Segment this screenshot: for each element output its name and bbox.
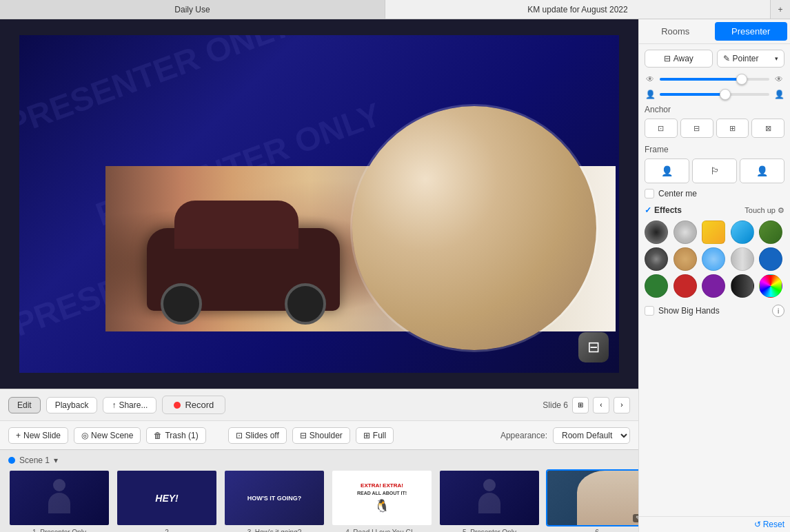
person-silhouette-1 (45, 479, 73, 517)
edit-button[interactable]: Edit (8, 397, 41, 413)
car-wheel-right (285, 283, 326, 325)
thumb-bg-3: HOW'S IT GOING? (225, 471, 324, 525)
anchor-bottomright-button[interactable]: ⊠ (751, 119, 784, 138)
frame-options: 👤 🏳 👤 (645, 158, 784, 183)
new-tab-button[interactable]: + (771, 0, 790, 19)
pointer-icon: ✎ (723, 54, 730, 63)
thumb-bg-4: EXTRA! EXTRA! READ ALL ABOUT IT! 🐧 (332, 471, 432, 525)
slide-thumb-2[interactable]: HEY! 2 (116, 469, 218, 532)
slide-label-3: 3. How's it going? (247, 529, 302, 532)
slide-thumb-4[interactable]: EXTRA! EXTRA! READ ALL ABOUT IT! 🐧 4. Re… (331, 469, 433, 532)
person-silhouette-5 (476, 479, 503, 517)
effects-header: ✓ Effects Touch up ⚙ (645, 205, 784, 215)
reset-row: ↺ Reset (639, 516, 790, 532)
size-slider[interactable] (660, 93, 769, 96)
slide-thumb-5[interactable]: 5. Presenter Only (438, 469, 540, 532)
rooms-tab[interactable]: Rooms (639, 19, 712, 43)
slide-thumb-1[interactable]: 1. Presenter Only (8, 469, 110, 532)
slides-off-icon: ⊡ (236, 431, 243, 440)
shoulder-button[interactable]: ⊟ Shoulder (292, 427, 350, 444)
slide-thumb-img-1 (8, 469, 110, 526)
slide-options-button[interactable]: ⊞ (572, 397, 589, 413)
slide-thumb-img-3: HOW'S IT GOING? (223, 469, 325, 526)
touch-up-label: Touch up (745, 206, 776, 214)
big-hands-checkbox[interactable] (645, 306, 654, 316)
effect-dark-vignette[interactable] (645, 221, 668, 244)
full-icon: ⊞ (363, 431, 370, 440)
slide-thumb-img-5 (438, 469, 540, 526)
prev-slide-button[interactable]: ‹ (593, 397, 609, 413)
tab-daily-use[interactable]: Daily Use (0, 0, 385, 19)
presenter-tab[interactable]: Presenter (715, 22, 788, 41)
playback-button[interactable]: Playback (46, 397, 98, 413)
new-slide-icon: + (16, 431, 21, 440)
share-icon: ↑ (112, 400, 116, 410)
title-bar: Daily Use KM update for August 2022 + (0, 0, 790, 19)
circle-overlay (350, 104, 598, 352)
effect-green2[interactable] (645, 274, 668, 298)
effect-blue[interactable] (759, 247, 782, 271)
slide-strip: Scene 1 ▾ 1. Presenter Only (0, 449, 638, 532)
effect-cool[interactable] (702, 247, 725, 271)
effect-yellow-square[interactable] (702, 221, 725, 244)
slides-off-button[interactable]: ⊡ Slides off (228, 427, 287, 444)
effect-blue-circle[interactable] (731, 221, 754, 244)
scene-header: Scene 1 ▾ (8, 456, 630, 465)
effects-checkmark: ✓ (645, 205, 651, 215)
brightness-slider[interactable] (660, 78, 769, 81)
person-body-1 (48, 493, 70, 513)
center-me-checkbox[interactable] (645, 189, 654, 198)
canvas-area: PRESENTER ONLY PRESENTER ONLY PRESENTER … (0, 19, 638, 389)
share-button[interactable]: ↑ Share... (103, 397, 156, 413)
scene-arrow: ▾ (54, 456, 58, 465)
effect-green[interactable] (759, 221, 782, 244)
slide-thumb-img-2: HEY! (116, 469, 218, 526)
effect-rainbow[interactable] (759, 274, 782, 298)
slide-thumb-6[interactable]: ✎ 6 (546, 469, 638, 532)
person-body-5 (478, 493, 500, 513)
circle-content (352, 106, 596, 350)
anchor-topcenter-button[interactable]: ⊟ (680, 119, 713, 138)
big-hands-label: Show Big Hands (658, 306, 720, 316)
size-thumb[interactable] (720, 89, 731, 100)
slide-thumb-img-4: EXTRA! EXTRA! READ ALL ABOUT IT! 🐧 (331, 469, 433, 526)
panel-content: ⊟ Away ✎ Pointer ▾ 👁 👁 (639, 44, 790, 516)
effect-black[interactable] (731, 274, 754, 298)
anchor-topright-button[interactable]: ⊞ (716, 119, 749, 138)
record-button[interactable]: Record (162, 396, 225, 414)
brightness-thumb[interactable] (736, 74, 747, 85)
appearance-select[interactable]: Room Default (553, 427, 630, 444)
slide-label-4: 4. Read I Love You Gl... (345, 529, 418, 532)
effects-title: ✓ Effects (645, 205, 682, 215)
away-button[interactable]: ⊟ Away (645, 50, 713, 68)
big-hands-info-button[interactable]: i (772, 305, 784, 317)
brightness-slider-row: 👁 👁 (645, 74, 784, 84)
thumb-bg-6: ✎ (547, 471, 638, 525)
car-shape (147, 228, 340, 311)
slide-label-1: 1. Presenter Only (32, 529, 86, 532)
effect-film[interactable] (645, 247, 668, 271)
right-panel: Rooms Presenter ⊟ Away ✎ Pointer ▾ 👁 (638, 19, 790, 532)
reset-button[interactable]: ↺ Reset (754, 520, 784, 529)
effect-warm[interactable] (673, 247, 697, 271)
new-scene-icon: ◎ (81, 431, 88, 440)
frame-upper-button[interactable]: 🏳 (692, 158, 737, 183)
thumb-person (577, 471, 638, 525)
slide-thumb-3[interactable]: HOW'S IT GOING? 3. How's it going? (223, 469, 325, 532)
effect-gray[interactable] (731, 247, 754, 271)
tab-km-update[interactable]: KM update for August 2022 (385, 0, 771, 19)
anchor-topleft-button[interactable]: ⊡ (645, 119, 678, 138)
next-slide-button[interactable]: › (614, 397, 630, 413)
new-scene-button[interactable]: ◎ New Scene (74, 427, 141, 444)
effect-blur[interactable] (673, 221, 697, 244)
touch-up-settings-icon[interactable]: ⚙ (778, 206, 784, 215)
effect-red[interactable] (673, 274, 697, 298)
trash-button[interactable]: 🗑 Trash (1) (146, 427, 205, 444)
pointer-button[interactable]: ✎ Pointer ▾ (717, 50, 785, 68)
thumb-bg-2: HEY! (117, 471, 216, 525)
frame-person-button[interactable]: 👤 (645, 158, 689, 183)
effect-purple[interactable] (702, 274, 725, 298)
full-button[interactable]: ⊞ Full (356, 427, 394, 444)
new-slide-button[interactable]: + New Slide (8, 427, 68, 444)
frame-full-button[interactable]: 👤 (740, 158, 784, 183)
